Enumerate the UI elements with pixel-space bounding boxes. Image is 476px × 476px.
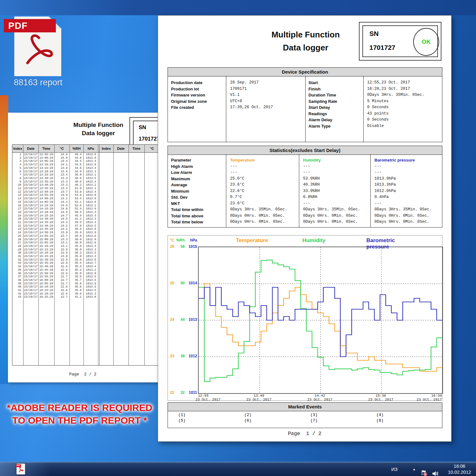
table-cell: 1013.5 xyxy=(83,289,96,292)
stat-value: 0Days 0Hrs. 0Min. 0Sec. xyxy=(230,219,287,225)
table-cell: 16:20:29 xyxy=(38,292,54,296)
spec-value: V1.1 xyxy=(230,92,273,98)
table-cell: 23/10/17 xyxy=(23,207,38,211)
table-cell: 1013.5 xyxy=(83,177,96,180)
y-axis-unit: hPa xyxy=(184,238,197,242)
language-indicator[interactable]: ИЗ xyxy=(388,462,401,476)
table-cell: 13:40:29 xyxy=(38,183,54,187)
table-cell: 35.8 xyxy=(69,282,82,286)
column-header: Index xyxy=(99,145,113,152)
table-cell: 1013.3 xyxy=(83,217,96,221)
show-hidden-icons-chevron-icon[interactable]: ▲ xyxy=(410,462,418,476)
stat-label: MKT xyxy=(171,201,203,207)
y-axis-tick: 1015 xyxy=(184,244,197,249)
spec-value: 17:39,26 Oct. 2017 xyxy=(230,104,273,111)
stat-label: Total time within xyxy=(171,207,203,213)
table-cell: 23/10/17 xyxy=(23,272,38,275)
table-cell: 22.6 xyxy=(54,285,68,289)
stat-value: 0Days 0Hrs. 0Min. 0Sec. xyxy=(230,213,287,219)
table-cell: 1013.4 xyxy=(83,265,96,268)
column-header: Date xyxy=(23,145,38,152)
table-cell: 14:50:29 xyxy=(38,231,54,235)
marked-event-slot: (6) xyxy=(244,419,252,423)
statistics-header: Statistics(excludes Start Delay) xyxy=(168,146,442,155)
table-cell: 13:35:29 xyxy=(38,180,54,184)
volume-speaker-icon[interactable] xyxy=(432,466,439,476)
table-cell: 36.0 xyxy=(69,173,82,177)
table-cell: 14:35:29 xyxy=(38,221,54,224)
table-cell: 14 xyxy=(12,197,21,201)
table-cell: 23/10/17 xyxy=(23,261,38,265)
table-cell: 14:30:29 xyxy=(38,217,54,221)
table-cell: 1013.3 xyxy=(83,214,96,218)
table-cell: 34.6 xyxy=(69,163,82,167)
stat-label: Maximum xyxy=(171,176,203,182)
table-cell: 1013.5 xyxy=(83,279,96,282)
pdf-badge: PDF xyxy=(4,19,56,32)
table-cell: 23.4 xyxy=(54,173,68,177)
table-cell: 39.5 xyxy=(69,221,82,224)
table-cell: 23/10/17 xyxy=(23,224,38,228)
table-cell: 23/10/17 xyxy=(23,265,38,268)
table-cell: 24.4 xyxy=(54,160,68,163)
table-cell: 1013.3 xyxy=(83,170,96,174)
table-cell: 24.9 xyxy=(54,211,68,214)
table-cell: 42.2 xyxy=(69,217,82,221)
table-cell: 39 xyxy=(12,282,21,286)
stat-value: 0Days 0Hrs. 0Min. 0Sec. xyxy=(374,219,432,225)
table-cell: 33 xyxy=(12,261,21,265)
spec-value: 12:55,23 Oct. 2017 xyxy=(367,80,424,86)
table-cell: 52.8 xyxy=(69,204,82,208)
table-cell: 1013.4 xyxy=(83,160,96,163)
column-header: °C xyxy=(144,145,160,152)
wallpaper-top-band xyxy=(0,0,476,15)
stat-value: 53.9%RH xyxy=(303,176,360,182)
series-line-barometric-pressure xyxy=(199,288,442,357)
table-cell: 14:10:29 xyxy=(38,204,54,208)
stat-value: 25.0°C xyxy=(230,176,287,182)
table-cell: 23/10/17 xyxy=(23,248,38,252)
action-center-flag-icon[interactable] xyxy=(421,466,428,476)
y-axis-tick: 25 xyxy=(168,281,174,285)
stat-value: 1013.9hPa xyxy=(374,176,432,182)
table-cell: 23/10/17 xyxy=(23,160,38,163)
device-spec-header: Device Specification xyxy=(168,67,442,76)
table-cell: 13:00:29 xyxy=(38,156,54,160)
spec-label: Readings xyxy=(308,111,337,117)
page2-footer: Page 2 / 2 xyxy=(8,372,158,377)
y-axis-tick: 1012 xyxy=(184,354,197,358)
divider xyxy=(299,154,299,227)
table-cell: 1013.0 xyxy=(83,272,96,275)
table-cell: 13:55:29 xyxy=(38,194,54,197)
y-axis-tick: 24 xyxy=(168,317,174,322)
table-cell: 35.6 xyxy=(69,275,82,279)
table-cell: 11 xyxy=(12,187,21,190)
column-header: Time xyxy=(129,145,144,152)
table-cell: 22.7 xyxy=(54,275,68,279)
table-cell: 23/10/17 xyxy=(23,245,38,248)
table-cell: 34.9 xyxy=(69,170,82,174)
spec-value: Disable xyxy=(367,123,424,129)
table-cell: 16:00:29 xyxy=(38,279,54,282)
table-cell: 16 xyxy=(12,204,21,208)
wallpaper-color-streaks xyxy=(0,95,8,384)
table-cell: 15 xyxy=(12,201,21,204)
table-cell: 36.2 xyxy=(69,251,82,255)
stat-value: 23.6°C xyxy=(230,182,287,188)
spec-label: File created xyxy=(171,104,207,111)
stat-label: Minimum xyxy=(171,188,203,195)
table-cell: 23.7 xyxy=(54,190,68,194)
y-axis-tick: 32 xyxy=(176,390,185,395)
legend-temperature: Temperature xyxy=(236,237,268,244)
sn-label: SN xyxy=(369,30,379,37)
taskbar-clock[interactable]: 16:06 10.02.2012 xyxy=(444,462,475,476)
taskbar: PDF ИЗ ▲ 16:06 10.02.2012 xyxy=(0,462,476,476)
pdf-file-icon[interactable]: PDF xyxy=(14,17,62,77)
taskbar-pdf-button[interactable]: PDF xyxy=(17,464,25,474)
table-cell: 32 xyxy=(12,258,21,262)
table-cell: 36.0 xyxy=(69,238,82,241)
table-cell: 1013.0 xyxy=(83,194,96,197)
marked-event-slot: (7) xyxy=(310,419,318,423)
stat-value: --- xyxy=(230,163,287,170)
legend-humidity: Humidity xyxy=(302,237,326,244)
